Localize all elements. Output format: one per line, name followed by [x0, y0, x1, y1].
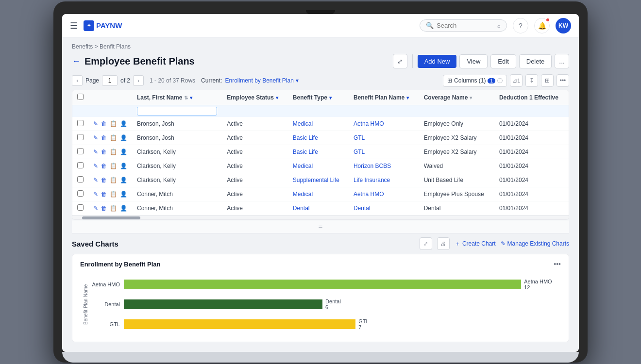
- person-row-icon[interactable]: 👤: [120, 163, 127, 169]
- manage-charts-button[interactable]: ✎ Manage Existing Charts: [501, 240, 569, 247]
- edit-row-icon[interactable]: ✎: [93, 149, 98, 155]
- select-all-checkbox[interactable]: [77, 94, 84, 100]
- columns-button[interactable]: ⊞ Columns (1) 1 ⓘ: [443, 75, 507, 87]
- th-select-all[interactable]: [72, 90, 88, 105]
- chart-title: Enrollment by Benefit Plan: [80, 261, 160, 268]
- row-checkbox[interactable]: [77, 148, 84, 154]
- row-benefit-plan: GTL: [349, 145, 419, 159]
- hamburger-icon[interactable]: ☰: [70, 20, 78, 31]
- delete-row-icon[interactable]: 🗑: [101, 191, 107, 198]
- edit-row-icon[interactable]: ✎: [93, 191, 98, 198]
- table-more-button[interactable]: •••: [557, 74, 569, 87]
- row-actions: ✎ 🗑 📋 👤: [88, 145, 132, 159]
- delete-button[interactable]: Delete: [519, 54, 552, 68]
- detail-row-icon[interactable]: 📋: [110, 205, 117, 212]
- panel-resize-handle[interactable]: ＝: [72, 220, 569, 233]
- delete-row-icon[interactable]: 🗑: [101, 177, 107, 183]
- back-button[interactable]: ←: [72, 56, 81, 66]
- row-checkbox-cell[interactable]: [72, 201, 88, 215]
- person-row-icon[interactable]: 👤: [120, 205, 127, 212]
- chart-expand-button[interactable]: ⤢: [420, 237, 432, 250]
- delete-row-icon[interactable]: 🗑: [101, 134, 107, 141]
- delete-row-icon[interactable]: 🗑: [101, 205, 107, 212]
- person-row-icon[interactable]: 👤: [120, 134, 127, 141]
- edit-row-icon[interactable]: ✎: [93, 177, 98, 183]
- next-page-button[interactable]: ›: [133, 75, 144, 86]
- chart-more-button[interactable]: •••: [554, 260, 561, 268]
- row-count-label: 1 - 20 of 37 Rows: [150, 77, 195, 84]
- detail-row-icon[interactable]: 📋: [110, 149, 117, 155]
- grid-settings-button[interactable]: ⊞: [541, 74, 554, 87]
- bar-end-label: GTL7: [358, 318, 369, 330]
- bar-wrapper: Aetna HMO12: [124, 280, 561, 289]
- detail-row-icon[interactable]: 📋: [110, 191, 117, 198]
- person-row-icon[interactable]: 👤: [120, 149, 127, 155]
- th-benefit-type[interactable]: Benefit Type ▾: [288, 90, 349, 105]
- edit-row-icon[interactable]: ✎: [93, 134, 98, 141]
- create-chart-button[interactable]: ＋ Create Chart: [455, 240, 496, 248]
- row-checkbox-cell[interactable]: [72, 159, 88, 173]
- logo: ✦ PAYNW: [84, 20, 122, 31]
- th-coverage[interactable]: Coverage Name ▾: [419, 90, 494, 105]
- row-checkbox[interactable]: [77, 120, 84, 126]
- export-button[interactable]: ↧: [525, 74, 538, 87]
- delete-row-icon[interactable]: 🗑: [101, 163, 107, 169]
- page-number-input[interactable]: [102, 75, 118, 86]
- edit-row-icon[interactable]: ✎: [93, 120, 98, 127]
- edit-row-icon[interactable]: ✎: [93, 163, 98, 169]
- row-checkbox-cell[interactable]: [72, 131, 88, 145]
- saved-charts-header: Saved Charts ⤢ 🖨 ＋ Create Chart ✎ Manage…: [72, 237, 569, 250]
- search-input[interactable]: [437, 22, 494, 29]
- row-checkbox-cell[interactable]: [72, 117, 88, 131]
- row-name: Conner, Mitch: [132, 187, 222, 201]
- edit-button[interactable]: Edit: [490, 54, 516, 68]
- prev-page-button[interactable]: ‹: [72, 75, 83, 86]
- current-filter-value[interactable]: Enrollment by Benefit Plan ▾: [225, 77, 298, 84]
- row-checkbox-cell[interactable]: [72, 187, 88, 201]
- row-checkbox[interactable]: [77, 134, 84, 140]
- detail-row-icon[interactable]: 📋: [110, 120, 117, 127]
- add-new-button[interactable]: Add New: [418, 55, 457, 68]
- expand-button[interactable]: ⤢: [393, 54, 407, 68]
- page-title: Employee Benefit Plans: [84, 56, 195, 67]
- person-row-icon[interactable]: 👤: [120, 120, 127, 127]
- main-content: Benefits > Benfit Plans ← Employee Benef…: [62, 37, 579, 352]
- detail-row-icon[interactable]: 📋: [110, 163, 117, 169]
- row-checkbox-cell[interactable]: [72, 145, 88, 159]
- detail-row-icon[interactable]: 📋: [110, 134, 117, 141]
- help-button[interactable]: ?: [513, 18, 528, 33]
- row-name: Conner, Mitch: [132, 201, 222, 215]
- row-coverage: Employee X2 Salary: [419, 145, 494, 159]
- row-checkbox[interactable]: [77, 204, 84, 211]
- person-row-icon[interactable]: 👤: [120, 191, 127, 198]
- columns-badge: 1: [488, 78, 495, 83]
- delete-row-icon[interactable]: 🗑: [101, 149, 107, 155]
- row-benefit-type: Medical: [288, 117, 349, 131]
- th-employee-status[interactable]: Employee Status ▾: [222, 90, 287, 105]
- delete-row-icon[interactable]: 🗑: [101, 120, 107, 127]
- chart-print-button[interactable]: 🖨: [437, 237, 450, 250]
- row-checkbox-cell[interactable]: [72, 173, 88, 187]
- row-checkbox[interactable]: [77, 162, 84, 168]
- th-benefit-plan[interactable]: Benefit Plan Name ▾: [349, 90, 419, 105]
- row-checkbox[interactable]: [77, 190, 84, 197]
- y-axis-label: Benefit Plan Name: [80, 273, 88, 336]
- row-deduction: 01/01/2024: [494, 145, 569, 159]
- th-name[interactable]: Last, First Name ⇅ ▾: [132, 90, 222, 105]
- filter-button[interactable]: ⊿ 1: [510, 74, 523, 87]
- detail-row-icon[interactable]: 📋: [110, 177, 117, 183]
- edit-row-icon[interactable]: ✎: [93, 205, 98, 212]
- notifications-button[interactable]: 🔔: [534, 18, 550, 33]
- name-filter-input[interactable]: [137, 107, 217, 116]
- breadcrumb-parent: Benefits: [72, 43, 93, 50]
- row-checkbox[interactable]: [77, 176, 84, 182]
- user-avatar[interactable]: KW: [556, 18, 571, 33]
- view-button[interactable]: View: [459, 54, 488, 68]
- bar-chart: Benefit Plan Name Aetna HMO Aetna HMO12 …: [80, 273, 561, 336]
- more-options-button[interactable]: ...: [555, 54, 569, 68]
- table-scrollbar[interactable]: [72, 215, 569, 219]
- table-row: ✎ 🗑 📋 👤 Conner, Mitch Active Medical Aet…: [72, 187, 569, 201]
- search-bar[interactable]: 🔍 ⌕: [420, 19, 507, 32]
- manage-charts-label: Manage Existing Charts: [507, 240, 569, 247]
- person-row-icon[interactable]: 👤: [120, 177, 127, 183]
